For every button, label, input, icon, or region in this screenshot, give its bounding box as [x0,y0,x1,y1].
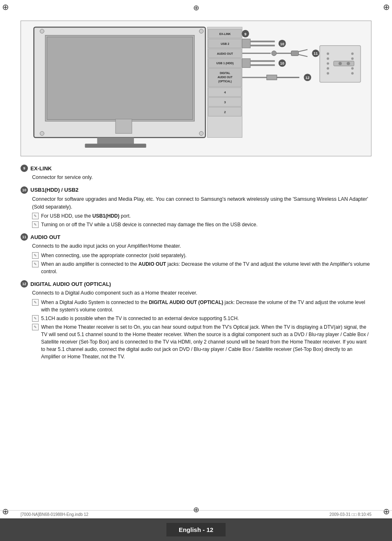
section-header-usb: 10 USB1(HDD) / USB2 [21,186,371,194]
svg-point-61 [351,57,354,60]
note-icon-2: ✎ [32,221,39,228]
svg-point-60 [351,53,354,55]
diagram-container: EX-LINK USB 2 AUDIO OUT USB 1 (HDD) DIGI… [21,21,371,156]
svg-point-64 [351,72,354,74]
badge-11: 11 [21,233,28,241]
note-text-audio-2: When an audio amplifier is connected to … [41,260,371,275]
note-text-audio-1: When connecting, use the appropriate con… [41,252,371,259]
svg-text:USB 2: USB 2 [221,42,229,45]
section-ex-link: 9 EX-LINK Connector for service only. [21,165,371,181]
section-header-digital: 12 DIGITAL AUDIO OUT (OPTICAL) [21,280,371,288]
title-audio-out: AUDIO OUT [30,234,60,240]
svg-rect-2 [47,37,193,120]
svg-point-3 [40,29,44,33]
svg-point-67 [347,62,350,65]
svg-point-66 [339,62,342,65]
svg-point-5 [40,131,44,135]
title-usb: USB1(HDD) / USB2 [30,187,78,193]
note-text-digital-3: When the Home Theater receiver is set to… [41,323,371,360]
svg-point-58 [327,67,329,70]
svg-point-55 [327,53,329,55]
note-icon-1: ✎ [32,213,39,219]
svg-text:USB 1 (HDD): USB 1 (HDD) [217,62,234,65]
svg-line-40 [298,50,307,52]
page-footer: English - 12 [0,518,392,541]
badge-12: 12 [21,280,28,288]
svg-text:10: 10 [280,61,284,65]
note-icon-7: ✎ [32,324,39,330]
footer-meta-left: [7000-NA]BN68-01988H-Eng.indb 12 [21,512,88,517]
svg-rect-9 [115,119,132,134]
svg-point-37 [272,51,277,56]
crop-mark-tl: ⊕ [2,2,9,12]
svg-rect-65 [334,61,354,66]
note-digital-2: ✎ 5.1CH audio is possible when the TV is… [21,315,371,322]
note-text-digital-1: When a Digital Audio System is connected… [41,299,371,313]
svg-text:12: 12 [305,76,309,80]
svg-point-4 [199,29,203,33]
desc-usb: Connector for software upgrades and Medi… [21,195,371,211]
section-usb: 10 USB1(HDD) / USB2 Connector for softwa… [21,186,371,229]
note-icon-4: ✎ [32,261,39,267]
svg-text:9: 9 [244,32,247,36]
badge-9: 9 [21,165,28,172]
svg-text:AUDIO OUT: AUDIO OUT [217,76,232,79]
svg-text:3: 3 [224,100,226,104]
note-text-digital-2: 5.1CH audio is possible when the TV is c… [41,315,371,322]
badge-10: 10 [21,186,28,194]
svg-text:EX-LINK: EX-LINK [219,33,231,35]
note-text-usb-1: For USB HDD, use the USB1(HDD) port. [41,212,371,220]
footer-meta-right: 2009-03-31 □□ 8:10:45 [330,512,371,517]
svg-rect-39 [291,51,299,56]
note-icon-6: ✎ [32,315,39,322]
svg-rect-31 [242,39,250,48]
svg-line-41 [298,55,307,57]
content-body: 9 EX-LINK Connector for service only. 10… [21,165,371,360]
svg-text:4: 4 [224,91,226,94]
svg-rect-46 [250,64,275,66]
section-digital-audio: 12 DIGITAL AUDIO OUT (OPTICAL) Connects … [21,280,371,360]
svg-text:11: 11 [314,51,318,56]
title-digital-audio: DIGITAL AUDIO OUT (OPTICAL) [30,281,111,287]
svg-point-57 [327,62,329,65]
plus-mark-bottom: ⊕ [193,505,199,514]
title-ex-link: EX-LINK [30,165,52,172]
note-digital-3: ✎ When the Home Theater receiver is set … [21,323,371,360]
svg-rect-44 [242,58,250,67]
crop-mark-tr: ⊕ [383,2,390,12]
plus-mark-top: ⊕ [193,3,199,12]
section-header-audio: 11 AUDIO OUT [21,233,371,241]
note-digital-1: ✎ When a Digital Audio System is connect… [21,299,371,313]
desc-ex-link: Connector for service only. [21,174,371,181]
svg-point-56 [327,57,329,60]
svg-text:2: 2 [224,110,226,114]
note-icon-5: ✎ [32,299,39,306]
note-audio-2: ✎ When an audio amplifier is connected t… [21,260,371,275]
note-text-usb-2: Turning on or off the TV while a USB dev… [41,221,371,228]
section-audio-out: 11 AUDIO OUT Connects to the audio input… [21,233,371,275]
svg-text:10: 10 [280,42,284,46]
diagram-svg: EX-LINK USB 2 AUDIO OUT USB 1 (HDD) DIGI… [21,21,371,156]
note-usb-2: ✎ Turning on or off the TV while a USB d… [21,221,371,228]
svg-rect-8 [85,144,146,148]
desc-audio-out: Connects to the audio input jacks on you… [21,242,371,250]
note-usb-1: ✎ For USB HDD, use the USB1(HDD) port. [21,212,371,220]
svg-text:AUDIO OUT: AUDIO OUT [217,52,233,55]
desc-digital-audio: Connects to a Digital Audio component su… [21,289,371,297]
svg-point-6 [199,131,203,135]
page-content: EX-LINK USB 2 AUDIO OUT USB 1 (HDD) DIGI… [0,0,392,390]
note-icon-3: ✎ [32,252,39,259]
page-number: English - 12 [166,523,226,536]
svg-text:DIGITAL: DIGITAL [220,72,230,74]
svg-point-63 [351,67,354,70]
note-audio-1: ✎ When connecting, use the appropriate c… [21,252,371,259]
svg-point-59 [327,72,329,74]
section-header-ex-link: 9 EX-LINK [21,165,371,172]
svg-rect-50 [267,75,277,80]
svg-rect-33 [250,45,275,46]
svg-text:(OPTICAL): (OPTICAL) [218,80,232,83]
svg-rect-45 [250,60,275,62]
svg-rect-32 [250,41,275,42]
